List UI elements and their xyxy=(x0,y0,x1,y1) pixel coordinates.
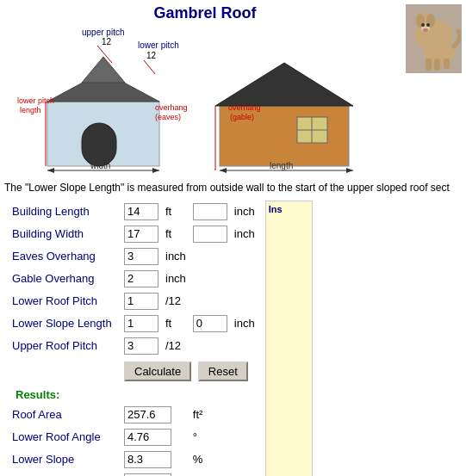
svg-point-38 xyxy=(426,23,430,27)
roof-area-label: Roof Area xyxy=(9,404,121,426)
svg-text:(gable): (gable) xyxy=(230,113,254,121)
table-row: Building Width ft inch xyxy=(9,223,258,245)
svg-rect-43 xyxy=(444,59,450,69)
upper-roof-pitch-unit: /12 xyxy=(162,335,190,357)
lower-slope-unit: % xyxy=(190,448,231,471)
lower-roof-pitch-label: Lower Roof Pitch xyxy=(9,290,121,312)
svg-text:12: 12 xyxy=(102,37,112,46)
svg-text:12: 12 xyxy=(146,51,157,60)
table-row: Eaves Overhang inch xyxy=(9,245,258,268)
eaves-overhang-label: Eaves Overhang xyxy=(9,245,121,268)
gable-overhang-label: Gable Overhang xyxy=(9,268,121,290)
svg-text:length: length xyxy=(20,106,41,114)
svg-point-37 xyxy=(421,23,425,27)
building-width-inch-unit: inch xyxy=(231,223,258,245)
input-form: Building Length ft inch Building Width f… xyxy=(9,201,258,476)
button-row: Calculate Reset xyxy=(9,357,258,386)
building-length-ft-unit: ft xyxy=(162,201,190,223)
top-section: Gambrel Roof upper pitch 12 lower pitch … xyxy=(0,0,466,177)
svg-text:overhang: overhang xyxy=(228,103,261,112)
roof-area-value xyxy=(124,406,171,423)
page-title: Gambrel Roof xyxy=(4,4,406,24)
building-width-ft-unit: ft xyxy=(162,223,190,245)
calculate-button[interactable]: Calculate xyxy=(124,362,191,381)
lower-slope-length-label: Lower Slope Length xyxy=(9,312,121,335)
svg-text:lower pitch: lower pitch xyxy=(138,40,179,50)
svg-marker-20 xyxy=(215,63,353,106)
svg-marker-16 xyxy=(152,168,159,173)
diagram-svg: upper pitch 12 lower pitch 12 lower pitc… xyxy=(4,24,375,175)
svg-marker-2 xyxy=(82,57,125,83)
building-length-ft-input[interactable] xyxy=(124,203,158,220)
upper-roof-angle-label: Upper Roof Angle xyxy=(9,471,121,476)
lower-roof-angle-unit: ° xyxy=(190,426,231,448)
building-width-inch-input[interactable] xyxy=(193,226,227,243)
reset-button[interactable]: Reset xyxy=(198,362,248,381)
upper-roof-pitch-label: Upper Roof Pitch xyxy=(9,335,121,357)
svg-rect-42 xyxy=(434,59,440,71)
results-header-row: Results: xyxy=(9,386,258,404)
svg-marker-29 xyxy=(346,168,353,173)
building-width-ft-input[interactable] xyxy=(124,226,158,243)
lower-slope-value xyxy=(124,451,171,468)
table-row: Upper Roof Angle ° xyxy=(9,471,258,476)
lower-slope-length-ft-unit: ft xyxy=(162,312,190,335)
lower-roof-pitch-input[interactable] xyxy=(124,293,158,310)
lower-roof-angle-label: Lower Roof Angle xyxy=(9,426,121,448)
note-text: The "Lower Slope Length" is measured fro… xyxy=(0,177,466,201)
table-row: Lower Slope Length ft inch xyxy=(9,312,258,335)
diagram-area: Gambrel Roof upper pitch 12 lower pitch … xyxy=(4,4,406,177)
svg-marker-28 xyxy=(220,168,227,173)
lower-slope-length-inch-input[interactable] xyxy=(193,315,227,332)
form-section: Building Length ft inch Building Width f… xyxy=(0,201,466,476)
results-label: Results: xyxy=(12,385,63,403)
lower-slope-length-inch-unit: inch xyxy=(231,312,258,335)
roof-area-unit: ft² xyxy=(190,404,231,426)
svg-text:lower pitch: lower pitch xyxy=(17,96,54,105)
building-length-inch-unit: inch xyxy=(231,201,258,223)
svg-rect-41 xyxy=(426,59,432,71)
lower-roof-pitch-unit: /12 xyxy=(162,290,190,312)
building-length-label: Building Length xyxy=(9,201,121,223)
gable-overhang-input[interactable] xyxy=(124,270,158,287)
table-row: Lower Roof Pitch /12 xyxy=(9,290,258,312)
svg-line-9 xyxy=(144,60,155,74)
table-row: Lower Slope % xyxy=(9,448,258,471)
svg-point-39 xyxy=(423,28,428,32)
lower-slope-label: Lower Slope xyxy=(9,448,121,471)
upper-roof-pitch-input[interactable] xyxy=(124,337,158,355)
instructions-box: Ins xyxy=(265,201,313,476)
upper-roof-angle-unit: ° xyxy=(190,471,231,476)
ins-title: Ins xyxy=(269,204,283,214)
svg-text:length: length xyxy=(270,161,293,170)
lower-roof-angle-value xyxy=(124,429,171,446)
svg-text:width: width xyxy=(90,161,110,170)
gable-overhang-unit: inch xyxy=(162,268,190,290)
table-row: Upper Roof Pitch /12 xyxy=(9,335,258,357)
svg-text:(eaves): (eaves) xyxy=(155,113,181,121)
table-row: Gable Overhang inch xyxy=(9,268,258,290)
table-row: Roof Area ft² xyxy=(9,404,258,426)
table-row: Lower Roof Angle ° xyxy=(9,426,258,448)
dog-image xyxy=(406,4,462,73)
table-row: Building Length ft inch xyxy=(9,201,258,223)
building-width-label: Building Width xyxy=(9,223,121,245)
lower-slope-length-ft-input[interactable] xyxy=(124,315,158,332)
eaves-overhang-unit: inch xyxy=(162,245,190,268)
building-length-inch-input[interactable] xyxy=(193,203,227,220)
svg-marker-15 xyxy=(47,168,54,173)
svg-text:upper pitch: upper pitch xyxy=(82,28,124,37)
svg-rect-3 xyxy=(82,123,116,166)
svg-text:overhang: overhang xyxy=(155,103,188,112)
eaves-overhang-input[interactable] xyxy=(124,248,158,265)
dog-svg xyxy=(407,5,462,73)
